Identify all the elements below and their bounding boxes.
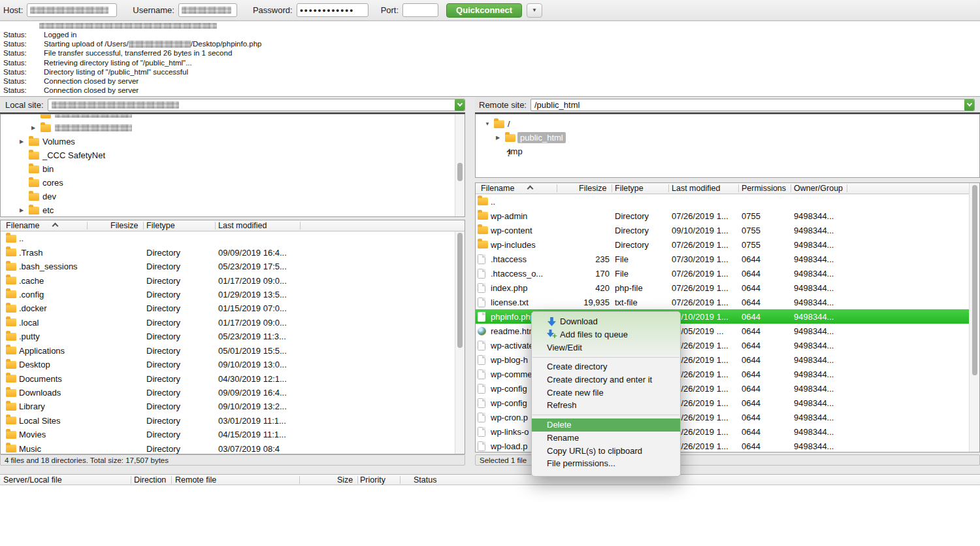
column-header-permissions[interactable]: Permissions: [742, 184, 786, 193]
context-menu-item[interactable]: Copy URL(s) to clipboard: [532, 444, 680, 457]
file-row[interactable]: Desktop Directory 09/10/2019 13:0...: [1, 358, 465, 371]
lastmodified-cell: 01/15/2019 07:0...: [218, 301, 298, 315]
context-menu-item[interactable]: Download: [532, 315, 680, 328]
context-menu-item[interactable]: Create directory and enter it: [532, 373, 680, 386]
column-header-filename[interactable]: Filename: [6, 221, 39, 230]
menu-item-label: Rename: [547, 433, 579, 443]
context-menu-item[interactable]: Rename: [532, 432, 680, 445]
column-header-serverlocalfile[interactable]: Server/Local file: [3, 475, 62, 485]
host-input[interactable]: [27, 3, 117, 17]
username-input[interactable]: [178, 3, 237, 17]
tree-item[interactable]: ▼ /: [476, 117, 979, 131]
file-row[interactable]: .cache Directory 01/17/2019 09:0...: [1, 273, 465, 287]
file-row[interactable]: .htaccess 235 File 07/30/2019 1... 0644 …: [476, 252, 969, 266]
context-menu-item[interactable]: Refresh: [532, 399, 680, 412]
filename-cell: license.txt: [491, 295, 556, 309]
local-site-dropdown-button[interactable]: [455, 99, 465, 111]
lastmodified-cell: 05/23/2019 11:3...: [218, 330, 298, 343]
column-header-size[interactable]: Size: [337, 475, 353, 485]
tree-item[interactable]: ▶ Volumes: [1, 135, 465, 148]
context-menu-items: Download Add files to queue View/Edit Cr…: [532, 315, 680, 470]
file-row[interactable]: Music Directory 03/07/2019 08:4: [1, 442, 465, 454]
context-menu-item[interactable]: View/Edit: [532, 341, 680, 354]
tree-item[interactable]: bin: [1, 162, 465, 176]
column-divider: [131, 476, 131, 484]
file-row[interactable]: ..: [476, 194, 969, 209]
expand-arrow-icon[interactable]: ▶: [496, 135, 505, 141]
filename-cell: Music: [19, 442, 86, 454]
local-list-scrollbar-thumb[interactable]: [457, 233, 463, 348]
tree-item[interactable]: tmp: [476, 145, 979, 158]
expand-arrow-icon[interactable]: ▶: [31, 125, 41, 131]
file-row[interactable]: .local Directory 01/17/2019 09:0...: [1, 316, 465, 330]
column-header-status[interactable]: Status: [414, 475, 436, 485]
file-row[interactable]: ..: [1, 231, 465, 245]
tree-item[interactable]: ▶: [1, 121, 465, 135]
file-row[interactable]: Documents Directory 04/30/2019 12:1...: [1, 371, 465, 385]
tree-item[interactable]: ▶ etc: [1, 203, 465, 217]
context-menu-item[interactable]: Create directory: [532, 360, 680, 373]
column-header-remotefile[interactable]: Remote file: [175, 475, 216, 485]
tree-item[interactable]: dev: [1, 190, 465, 203]
file-row[interactable]: .docker Directory 01/15/2019 07:0...: [1, 301, 465, 315]
remote-site-combo[interactable]: /public_html: [531, 99, 975, 111]
expand-arrow-icon[interactable]: ▼: [485, 121, 494, 127]
column-header-filetype[interactable]: Filetype: [615, 184, 644, 193]
column-header-filename[interactable]: Filename: [481, 184, 514, 193]
context-menu-item[interactable]: Delete: [532, 418, 680, 432]
local-status-bar: 4 files and 18 directories. Total size: …: [0, 454, 465, 466]
quickconnect-button[interactable]: Quickconnect: [446, 3, 522, 18]
remote-site-dropdown-button[interactable]: [964, 99, 974, 111]
file-row[interactable]: .config Directory 01/29/2019 13:5...: [1, 288, 465, 301]
local-list-scrollbar[interactable]: [455, 231, 465, 454]
file-row[interactable]: Library Directory 09/10/2019 13:2...: [1, 400, 465, 413]
local-site-bar: Local site:: [0, 97, 465, 114]
tree-item[interactable]: _CCC SafetyNet: [1, 148, 465, 162]
file-row[interactable]: .htaccess_o... 170 File 07/26/2019 1... …: [476, 266, 969, 281]
file-row[interactable]: wp-includes Directory 07/26/2019 1... 07…: [476, 237, 969, 252]
local-tree-scrollbar-thumb[interactable]: [457, 163, 463, 181]
lastmodified-cell: 01/29/2019 13:5...: [218, 288, 298, 301]
remote-list-header: Filename Filesize Filetype Last modified…: [476, 183, 979, 194]
column-header-ownergroup[interactable]: Owner/Group: [794, 184, 843, 193]
file-row[interactable]: .putty Directory 05/23/2019 11:3...: [1, 330, 465, 343]
file-type-icon: [6, 361, 16, 369]
local-tree-scrollbar[interactable]: [455, 114, 465, 216]
username-label: Username:: [133, 5, 174, 15]
quickconnect-history-button[interactable]: ▼: [527, 3, 542, 18]
tree-item[interactable]: cores: [1, 176, 465, 190]
column-header-lastmodified[interactable]: Last modified: [218, 221, 267, 230]
context-menu-item[interactable]: Add files to queue: [532, 328, 680, 341]
file-row[interactable]: license.txt 19,935 txt-file 07/26/2019 1…: [476, 295, 969, 309]
column-header-filesize[interactable]: Filesize: [110, 221, 138, 230]
file-row[interactable]: index.php 420 php-file 07/26/2019 1... 0…: [476, 281, 969, 295]
menu-item-label: View/Edit: [547, 343, 582, 352]
context-menu-item[interactable]: Create new file: [532, 386, 680, 399]
remote-list-scrollbar-thumb[interactable]: [972, 185, 977, 375]
column-header-direction[interactable]: Direction: [134, 475, 166, 485]
column-header-filesize[interactable]: Filesize: [579, 184, 606, 193]
file-row[interactable]: Applications Directory 05/01/2019 15:5..…: [1, 344, 465, 358]
port-input[interactable]: [402, 3, 438, 17]
password-input[interactable]: ●●●●●●●●●●●●: [297, 3, 368, 17]
column-header-lastmodified[interactable]: Last modified: [672, 184, 720, 193]
expand-arrow-icon[interactable]: ▶: [20, 139, 29, 145]
remote-list-scrollbar[interactable]: [969, 183, 979, 452]
file-row[interactable]: Movies Directory 04/15/2019 11:1...: [1, 428, 465, 441]
context-menu-item[interactable]: File permissions...: [532, 457, 680, 470]
tree-item[interactable]: ▶ public_html: [476, 131, 979, 145]
file-row[interactable]: .bash_sessions Directory 05/23/2019 17:5…: [1, 260, 465, 273]
column-header-filetype[interactable]: Filetype: [146, 221, 175, 230]
file-row[interactable]: wp-admin Directory 07/26/2019 1... 0755 …: [476, 209, 969, 223]
file-row[interactable]: Downloads Directory 09/09/2019 16:4...: [1, 386, 465, 400]
local-file-rows: .. .Trash Directory 09/09/2019 16:4... .…: [1, 231, 465, 454]
permissions-cell: 0644: [742, 367, 789, 381]
log-prefix: Status:: [3, 49, 44, 57]
column-header-priority[interactable]: Priority: [360, 475, 385, 485]
expand-arrow-icon[interactable]: ▶: [20, 207, 29, 213]
file-row[interactable]: wp-content Directory 09/10/2019 1... 075…: [476, 223, 969, 237]
tree-item[interactable]: [1, 114, 465, 121]
file-row[interactable]: .Trash Directory 09/09/2019 16:4...: [1, 245, 465, 259]
local-site-combo[interactable]: [48, 99, 465, 111]
file-row[interactable]: Local Sites Directory 03/01/2019 11:1...: [1, 414, 465, 428]
